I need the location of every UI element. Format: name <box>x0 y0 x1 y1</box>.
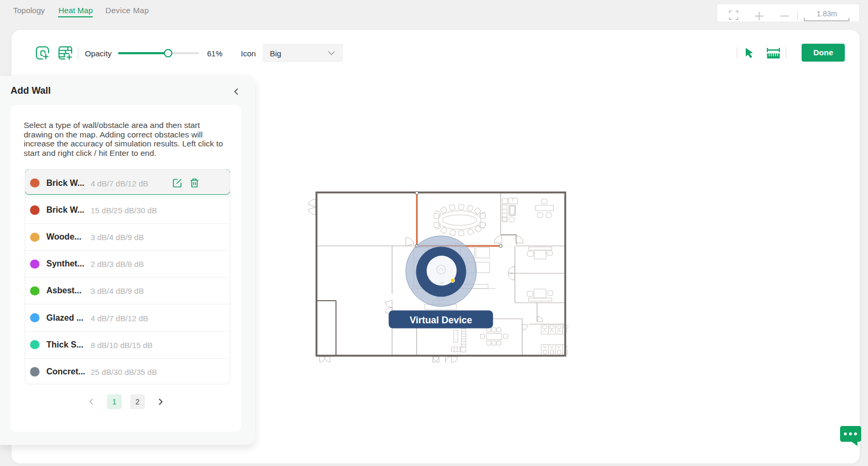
svg-text:Virtual Device: Virtual Device <box>409 315 472 325</box>
